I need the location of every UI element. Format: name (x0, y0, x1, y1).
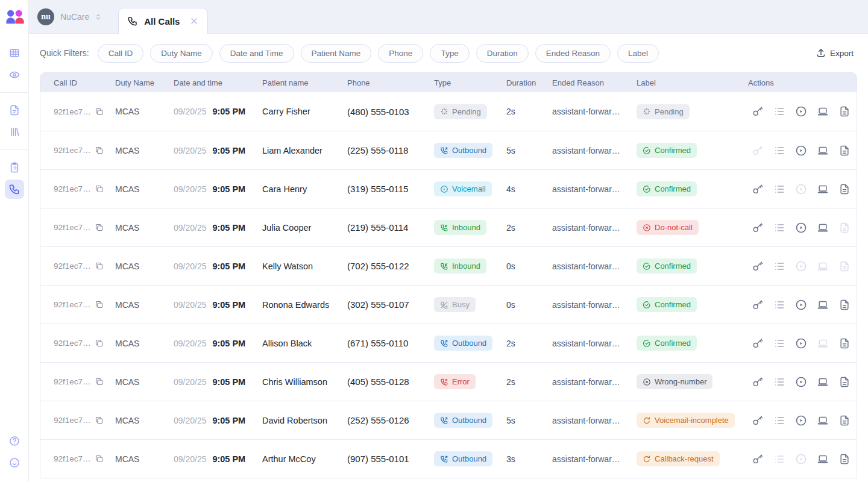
list-action-icon[interactable] (773, 222, 785, 234)
sidebar-item-clipboard-icon[interactable] (5, 158, 24, 177)
tab-all-calls[interactable]: All Calls (118, 8, 208, 34)
sidebar-item-eye-icon[interactable] (5, 65, 24, 84)
type-badge: Pending (434, 104, 487, 119)
play-action-icon[interactable] (795, 337, 807, 349)
doc-action-icon[interactable] (838, 105, 851, 117)
copy-icon[interactable] (95, 261, 104, 271)
play-action-icon[interactable] (795, 222, 807, 234)
key-action-icon[interactable] (752, 376, 764, 388)
doc-action-icon[interactable] (838, 183, 851, 195)
filter-chip-ended-reason[interactable]: Ended Reason (535, 44, 611, 63)
doc-action-icon[interactable] (838, 337, 851, 349)
play-action-icon[interactable] (795, 376, 807, 388)
list-action-icon[interactable] (773, 145, 785, 157)
copy-icon[interactable] (95, 454, 104, 463)
key-action-icon[interactable] (752, 415, 764, 427)
play-action-icon[interactable] (795, 145, 807, 157)
key-action-icon[interactable] (752, 453, 764, 465)
call-id-value: 92f1ec7… (54, 107, 91, 116)
copy-icon[interactable] (95, 184, 104, 193)
call-id-cell: 92f1ec7… (54, 339, 115, 348)
key-action-icon[interactable] (752, 299, 764, 311)
label-cell: Confirmed (637, 297, 748, 312)
duration-cell: 0s (506, 300, 552, 310)
sidebar-item-file-icon[interactable] (5, 101, 24, 120)
feedback-smiley-icon[interactable] (5, 453, 24, 472)
list-action-icon[interactable] (773, 337, 785, 349)
copy-icon[interactable] (95, 300, 104, 309)
type-badge-icon (440, 107, 448, 116)
play-action-icon[interactable] (795, 415, 807, 427)
label-badge: Confirmed (637, 258, 697, 274)
date-time-cell: 09/20/25 9:05 PM (174, 300, 262, 310)
sidebar (0, 0, 29, 482)
copy-icon[interactable] (95, 146, 104, 155)
play-action-icon[interactable] (795, 105, 807, 117)
workspace-avatar[interactable]: nu (37, 8, 54, 25)
list-action-icon[interactable] (773, 183, 785, 195)
laptop-action-icon[interactable] (817, 299, 829, 311)
doc-action-icon[interactable] (838, 415, 851, 427)
sidebar-item-library-icon[interactable] (5, 122, 24, 142)
filter-chip-label[interactable]: Label (617, 44, 659, 63)
doc-action-icon[interactable] (838, 299, 851, 311)
phone-cell: (671) 555-0110 (347, 338, 434, 348)
filter-chip-duty-name[interactable]: Duty Name (150, 44, 213, 63)
doc-action-icon[interactable] (838, 145, 851, 157)
filter-chip-patient-name[interactable]: Patient Name (301, 44, 372, 63)
laptop-action-icon[interactable] (817, 183, 829, 195)
patient-name-cell: Carry Fisher (262, 107, 347, 116)
list-action-icon[interactable] (773, 105, 785, 117)
label-badge-icon (643, 262, 651, 271)
filter-chip-duration[interactable]: Duration (476, 44, 529, 63)
doc-action-icon[interactable] (838, 453, 851, 465)
copy-icon[interactable] (95, 223, 104, 232)
list-action-icon[interactable] (773, 415, 785, 427)
key-action-icon[interactable] (752, 260, 764, 272)
duration-cell: 5s (506, 416, 552, 425)
list-action-icon[interactable] (773, 260, 785, 272)
play-action-icon[interactable] (795, 299, 807, 311)
quick-filters-bar: Quick Filters: Call ID Duty Name Date an… (29, 34, 868, 72)
key-action-icon[interactable] (752, 105, 764, 117)
list-action-icon[interactable] (773, 376, 785, 388)
duty-name-cell: MCAS (115, 454, 174, 464)
column-header-duration: Duration (506, 78, 552, 87)
ended-reason-cell: assistant-forwar… (552, 339, 637, 348)
type-badge-icon (440, 416, 448, 425)
tab-label: All Calls (144, 16, 180, 27)
phone-cell: (405) 555-0128 (347, 377, 434, 387)
key-action-icon[interactable] (752, 222, 764, 234)
filter-chip-phone[interactable]: Phone (378, 44, 423, 63)
sidebar-divider (0, 149, 29, 150)
tab-close-icon[interactable] (189, 16, 199, 26)
filter-chip-type[interactable]: Type (430, 44, 469, 63)
key-action-icon[interactable] (752, 183, 764, 195)
laptop-action-icon[interactable] (817, 105, 829, 117)
key-action-icon[interactable] (752, 337, 764, 349)
list-action-icon[interactable] (773, 299, 785, 311)
date-value: 09/20/25 (174, 339, 207, 348)
copy-icon[interactable] (95, 339, 104, 348)
sidebar-item-calls-phone-icon[interactable] (5, 180, 24, 199)
filter-chip-call-id[interactable]: Call ID (98, 44, 144, 63)
laptop-action-icon[interactable] (817, 145, 829, 157)
filter-chip-date-and-time[interactable]: Date and Time (219, 44, 294, 63)
doc-action-icon[interactable] (838, 376, 851, 388)
workspace-selector-chevrons-icon[interactable] (94, 13, 102, 21)
laptop-action-icon[interactable] (817, 376, 829, 388)
help-icon[interactable] (5, 431, 24, 451)
type-badge: Busy (434, 297, 476, 312)
workspace-name[interactable]: NuCare (60, 12, 89, 22)
copy-icon[interactable] (95, 377, 104, 386)
laptop-action-icon[interactable] (817, 415, 829, 427)
sidebar-item-table-icon[interactable] (5, 43, 24, 63)
export-button[interactable]: Export (813, 48, 857, 58)
copy-icon[interactable] (95, 107, 104, 116)
copy-icon[interactable] (95, 416, 104, 425)
laptop-action-icon[interactable] (817, 453, 829, 465)
date-value: 09/20/25 (174, 223, 207, 233)
laptop-action-icon[interactable] (817, 222, 829, 234)
label-badge-label: Callback-request (655, 454, 714, 463)
label-badge-icon (643, 224, 651, 232)
